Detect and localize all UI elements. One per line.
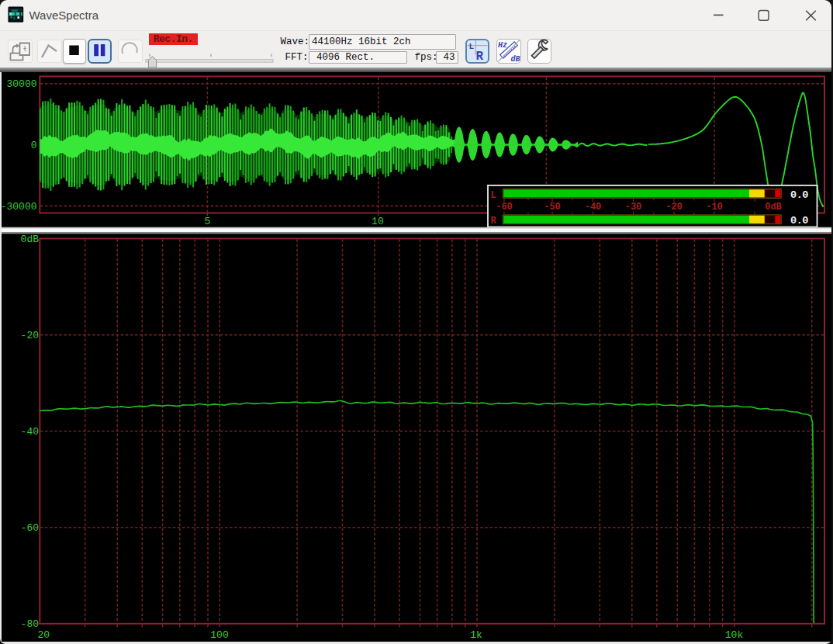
svg-text:-50: -50 xyxy=(544,202,561,213)
svg-text:-40: -40 xyxy=(21,426,39,438)
svg-text:L: L xyxy=(491,190,496,201)
svg-text:R: R xyxy=(491,216,497,227)
svg-text:dB: dB xyxy=(511,55,520,64)
svg-text:0.0: 0.0 xyxy=(790,216,808,227)
svg-text:100: 100 xyxy=(210,630,228,642)
svg-text:-60: -60 xyxy=(21,522,39,534)
svg-text:20: 20 xyxy=(38,630,50,642)
svg-text:5: 5 xyxy=(204,216,210,227)
svg-text:-20: -20 xyxy=(21,330,39,341)
svg-text:-80: -80 xyxy=(21,618,39,630)
svg-text:0dB: 0dB xyxy=(21,234,40,245)
svg-text:-10: -10 xyxy=(706,202,723,213)
svg-text:-30: -30 xyxy=(625,202,642,213)
svg-text:-20: -20 xyxy=(665,202,683,213)
svg-text:-30000: -30000 xyxy=(1,201,37,213)
svg-text:1k: 1k xyxy=(470,630,482,642)
svg-text:0.0: 0.0 xyxy=(790,189,808,201)
svg-text:L: L xyxy=(469,42,475,51)
svg-text:0: 0 xyxy=(31,140,37,151)
svg-text:10: 10 xyxy=(372,216,384,227)
svg-text:-60: -60 xyxy=(496,202,513,213)
svg-text:10k: 10k xyxy=(725,630,744,642)
svg-text:R: R xyxy=(476,50,484,64)
svg-text:30000: 30000 xyxy=(6,79,36,91)
svg-text:-40: -40 xyxy=(585,202,602,213)
svg-text:0dB: 0dB xyxy=(765,202,782,213)
svg-text:Hz: Hz xyxy=(498,41,507,50)
